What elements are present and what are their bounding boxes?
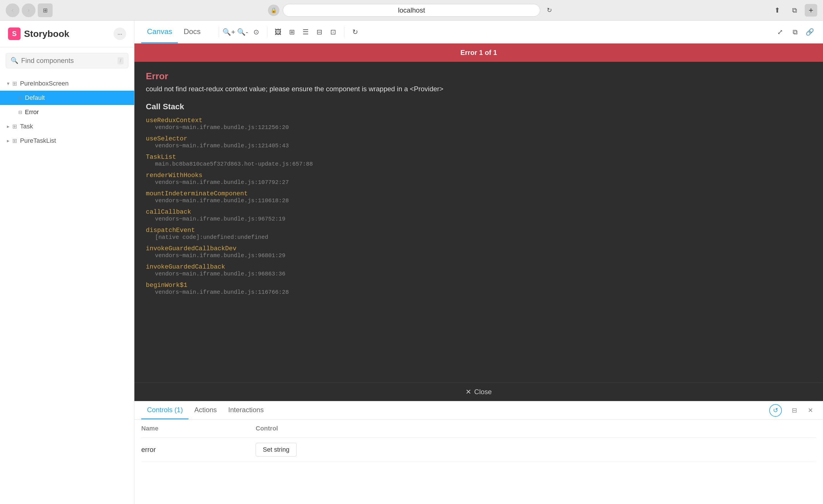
chevron-right-icon: ▸ — [7, 123, 9, 130]
layout-toggle-button[interactable]: ⊟ — [789, 405, 800, 416]
nav-group-puretasklist[interactable]: ▸ ⊞ PureTaskList — [0, 134, 134, 148]
set-string-button[interactable]: Set string — [256, 443, 297, 457]
stack-fn-8: invokeGuardedCallback — [146, 264, 812, 271]
stack-loc-4: vendors~main.iframe.bundle.js:110618:28 — [146, 197, 812, 204]
tab-actions-label: Actions — [194, 406, 217, 414]
stack-loc-9: vendors~main.iframe.bundle.js:116766:28 — [146, 289, 812, 296]
stack-loc-1: vendors~main.iframe.bundle.js:121405:43 — [146, 142, 812, 149]
bottom-panel: Controls (1) Actions Interactions ↺ ⊟ ✕ — [134, 401, 823, 504]
col-header-name: Name — [141, 425, 256, 432]
search-bar[interactable]: 🔍 / — [6, 53, 128, 68]
cell-error-name: error — [141, 446, 256, 454]
link-button[interactable]: 🔗 — [804, 26, 816, 38]
stack-entry-9: beginWork$1 vendors~main.iframe.bundle.j… — [146, 282, 812, 296]
nav-group-task[interactable]: ▸ ⊞ Task — [0, 119, 134, 134]
tab-controls[interactable]: Controls (1) — [141, 401, 188, 419]
share-button[interactable]: ⬆ — [770, 3, 784, 17]
app-container: S Storybook ··· 🔍 / ▾ ⊞ PureInboxScreen … — [0, 21, 823, 504]
error-title: Error — [146, 71, 812, 81]
zoom-out-button[interactable]: 🔍- — [236, 26, 249, 38]
tab-icon[interactable]: ⊞ — [38, 3, 53, 17]
refresh-button[interactable]: ↻ — [544, 5, 555, 16]
top-toolbar: Canvas Docs 🔍+ 🔍- ⊙ 🖼 ⊞ ☰ ⊟ ⊡ ↻ — [134, 21, 823, 43]
error-message: could not find react-redux context value… — [146, 85, 812, 93]
stack-entry-4: mountIndeterminateComponent vendors~main… — [146, 190, 812, 204]
close-bar[interactable]: ✕ Close — [134, 382, 823, 401]
component-view-button[interactable]: ⊟ — [313, 26, 326, 38]
stack-entry-2: TaskList main.bc8ba810cae5f327d863.hot-u… — [146, 154, 812, 167]
search-input[interactable] — [21, 57, 115, 65]
tab-actions[interactable]: Actions — [188, 401, 222, 419]
nav-group-pureinboxscreen[interactable]: ▾ ⊞ PureInboxScreen — [0, 76, 134, 91]
stack-loc-2: main.bc8ba810cae5f327d863.hot-update.js:… — [146, 161, 812, 167]
stack-entry-8: invokeGuardedCallback vendors~main.ifram… — [146, 264, 812, 277]
sidebar-logo: S Storybook — [8, 27, 69, 40]
nav-tree: ▾ ⊞ PureInboxScreen ⊟ Default ⊟ Error ▸ … — [0, 74, 134, 504]
stack-loc-6: [native code]:undefined:undefined — [146, 234, 812, 240]
call-stack-title: Call Stack — [146, 102, 812, 111]
new-tab-button[interactable]: + — [805, 4, 817, 17]
sidebar-menu-button[interactable]: ··· — [114, 27, 126, 40]
security-icon: 🔒 — [268, 5, 279, 16]
window-button[interactable]: ⧉ — [788, 3, 801, 17]
split-view-button[interactable]: ⊡ — [327, 26, 339, 38]
address-bar[interactable]: localhost — [283, 4, 540, 17]
table-header: Name Control — [141, 419, 816, 438]
stack-entry-5: callCallback vendors~main.iframe.bundle.… — [146, 208, 812, 222]
reset-controls-button[interactable]: ↺ — [769, 404, 782, 417]
controls-table: Name Control error Set string — [134, 419, 823, 462]
search-icon: 🔍 — [11, 57, 18, 64]
back-button[interactable]: ‹ — [6, 3, 19, 17]
refresh-button[interactable]: ↻ — [349, 26, 361, 38]
stack-entry-0: useReduxContext vendors~main.iframe.bund… — [146, 117, 812, 131]
stack-loc-0: vendors~main.iframe.bundle.js:121256:20 — [146, 124, 812, 131]
sidebar-title: Storybook — [24, 29, 69, 39]
nav-label-puretasklist: PureTaskList — [20, 137, 56, 144]
zoom-in-button[interactable]: 🔍+ — [222, 26, 235, 38]
story-icon: ⊟ — [18, 95, 22, 101]
main-content: Canvas Docs 🔍+ 🔍- ⊙ 🖼 ⊞ ☰ ⊟ ⊡ ↻ — [134, 21, 823, 504]
stack-fn-6: dispatchEvent — [146, 227, 812, 234]
content-area: Error 1 of 1 Error could not find react-… — [134, 43, 823, 504]
stack-fn-9: beginWork$1 — [146, 282, 812, 289]
browser-chrome: ‹ › ⊞ 🔒 localhost ↻ ⬆ ⧉ + — [0, 0, 823, 21]
nav-item-default[interactable]: ⊟ Default — [0, 91, 134, 105]
close-text: ✕ Close — [466, 388, 492, 396]
forward-button[interactable]: › — [22, 3, 35, 17]
cell-error-control: Set string — [256, 443, 816, 457]
storybook-logo-icon: S — [8, 27, 21, 40]
error-banner-text: Error 1 of 1 — [460, 49, 497, 56]
stack-entry-1: useSelector vendors~main.iframe.bundle.j… — [146, 135, 812, 149]
stack-fn-4: mountIndeterminateComponent — [146, 190, 812, 197]
stack-fn-2: TaskList — [146, 154, 812, 161]
toolbar-icons: 🔍+ 🔍- ⊙ 🖼 ⊞ ☰ ⊟ ⊡ ↻ — [222, 26, 361, 38]
table-view-button[interactable]: ☰ — [299, 26, 312, 38]
browser-actions: ⬆ ⧉ + — [770, 3, 817, 17]
toolbar-tabs: Canvas Docs — [141, 21, 206, 43]
story-icon: ⊟ — [18, 110, 22, 115]
expand-button[interactable]: ⤢ — [774, 26, 786, 38]
grid-view-button[interactable]: ⊞ — [286, 26, 298, 38]
tab-docs[interactable]: Docs — [178, 21, 206, 43]
image-view-button[interactable]: 🖼 — [272, 26, 285, 38]
stack-fn-1: useSelector — [146, 135, 812, 142]
toolbar-divider-3 — [344, 27, 344, 37]
stack-loc-7: vendors~main.iframe.bundle.js:96801:29 — [146, 252, 812, 259]
stack-entry-6: dispatchEvent [native code]:undefined:un… — [146, 227, 812, 240]
nav-label-pureinboxscreen: PureInboxScreen — [20, 80, 68, 87]
bottom-tabs: Controls (1) Actions Interactions ↺ ⊟ ✕ — [134, 401, 823, 419]
tab-interactions[interactable]: Interactions — [222, 401, 269, 419]
zoom-reset-button[interactable]: ⊙ — [250, 26, 263, 38]
toolbar-right: ⤢ ⧉ 🔗 — [774, 26, 816, 38]
error-banner: Error 1 of 1 — [134, 43, 823, 62]
external-link-button[interactable]: ⧉ — [789, 26, 801, 38]
close-panel-button[interactable]: ✕ — [805, 405, 816, 416]
stack-fn-7: invokeGuardedCallbackDev — [146, 245, 812, 252]
component-icon: ⊞ — [12, 123, 17, 130]
stack-entry-3: renderWithHooks vendors~main.iframe.bund… — [146, 172, 812, 186]
nav-item-error[interactable]: ⊟ Error — [0, 105, 134, 119]
stack-fn-3: renderWithHooks — [146, 172, 812, 179]
toolbar-divider — [219, 27, 219, 37]
sidebar-header: S Storybook ··· — [0, 21, 134, 47]
tab-canvas[interactable]: Canvas — [141, 21, 178, 43]
